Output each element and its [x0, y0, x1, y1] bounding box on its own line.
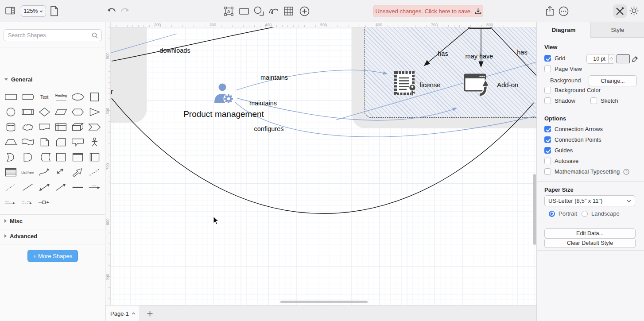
node-license-icon[interactable] — [393, 71, 418, 97]
shape-list[interactable] — [3, 165, 19, 180]
shape-dotted-line[interactable] — [3, 180, 19, 195]
insert-table-icon[interactable] — [284, 7, 293, 15]
section-misc[interactable]: Misc — [0, 216, 105, 226]
shape-line[interactable] — [19, 180, 36, 195]
shape-heading[interactable]: Heading — [53, 89, 70, 104]
shape-arrow-with-box[interactable] — [36, 195, 53, 210]
grid-color-swatch[interactable] — [617, 54, 630, 63]
edit-data-button[interactable]: Edit Data... — [544, 228, 636, 238]
shape-circle[interactable] — [3, 104, 19, 120]
shape-trapezoid[interactable] — [3, 135, 19, 150]
tab-style[interactable]: Style — [590, 22, 644, 38]
shape-hexagon[interactable] — [70, 104, 86, 120]
zoom-level-select[interactable]: 125% — [21, 5, 46, 17]
page-icon[interactable] — [50, 6, 58, 16]
guides-checkbox[interactable] — [544, 147, 551, 154]
shape-arrow-with-label[interactable] — [3, 195, 19, 210]
edge-label-may-have[interactable]: may have — [466, 53, 493, 60]
shape-cloud[interactable] — [19, 120, 36, 135]
node-addon-icon[interactable] — [463, 72, 493, 96]
shape-data-storage[interactable] — [36, 150, 53, 165]
shape-tape[interactable] — [19, 135, 36, 150]
vertical-scrollbar[interactable] — [533, 174, 536, 245]
edge-label-has-right[interactable]: has — [517, 49, 527, 56]
connection-arrows-checkbox[interactable] — [544, 126, 551, 132]
shape-document[interactable] — [36, 120, 53, 135]
node-license-label[interactable]: license — [420, 81, 441, 89]
node-clipped-left-label[interactable]: r — [111, 88, 113, 97]
shape-card[interactable] — [53, 135, 70, 150]
tab-diagram[interactable]: Diagram — [537, 22, 590, 38]
grid-checkbox[interactable] — [544, 55, 551, 62]
shape-rectangle[interactable] — [3, 89, 19, 104]
shape-cube[interactable] — [70, 120, 86, 135]
landscape-radio[interactable] — [582, 211, 588, 217]
shape-link[interactable] — [86, 180, 103, 195]
eyedropper-icon[interactable] — [632, 56, 638, 62]
shape-square[interactable] — [86, 89, 103, 104]
insert-more-icon[interactable] — [299, 6, 310, 16]
edge-label-has-left[interactable]: has — [438, 50, 448, 57]
connection-points-checkbox[interactable] — [544, 136, 551, 143]
insert-rectangle-icon[interactable] — [239, 8, 249, 15]
background-color-checkbox[interactable] — [544, 87, 551, 93]
shape-actor[interactable] — [86, 135, 103, 150]
shape-list-item[interactable]: List Item — [19, 165, 36, 180]
page-tab[interactable]: Page-1 — [106, 306, 140, 321]
shape-vertical-container[interactable] — [86, 150, 103, 165]
node-product-management-label[interactable]: Product management — [183, 109, 264, 119]
shadow-checkbox[interactable] — [544, 97, 551, 104]
node-addon-label[interactable]: Add-on — [497, 81, 518, 89]
share-icon[interactable] — [546, 6, 554, 16]
shape-dashed-line[interactable] — [86, 165, 103, 180]
shape-diamond[interactable] — [36, 104, 53, 120]
insert-text-icon[interactable]: A — [224, 7, 233, 16]
shape-arrow[interactable] — [70, 165, 86, 180]
shape-dashed-arrow-with-labels[interactable] — [19, 195, 36, 210]
sketch-checkbox[interactable] — [590, 97, 597, 104]
node-product-management-icon[interactable] — [212, 82, 235, 104]
add-page-button[interactable] — [142, 306, 158, 321]
grid-size-input[interactable]: 10 pt — [586, 54, 609, 64]
undo-icon[interactable] — [107, 7, 116, 15]
edge-label-maintains-mid[interactable]: maintains — [249, 100, 277, 107]
paper-size-select[interactable]: US-Letter (8,5" x 11") — [544, 195, 635, 206]
shape-step[interactable] — [86, 120, 103, 135]
shape-bidirectional-arrow[interactable] — [53, 165, 70, 180]
background-change-button[interactable]: Change... — [589, 75, 637, 86]
grid-size-stepper[interactable] — [609, 54, 614, 64]
shape-parallelogram[interactable] — [53, 104, 70, 120]
freehand-icon[interactable] — [268, 8, 279, 15]
section-advanced[interactable]: Advanced — [0, 231, 105, 241]
section-general[interactable]: General — [0, 74, 105, 85]
clear-default-style-button[interactable]: Clear Default Style — [544, 238, 636, 248]
shape-bidirectional-connector[interactable] — [36, 180, 53, 195]
shape-curve[interactable] — [36, 165, 53, 180]
autosave-checkbox[interactable] — [544, 158, 551, 164]
shape-cylinder[interactable] — [3, 120, 19, 135]
unsaved-changes-banner[interactable]: Unsaved changes. Click here to save. — [373, 5, 483, 17]
math-typesetting-checkbox[interactable] — [544, 168, 551, 175]
more-options-icon[interactable] — [559, 6, 569, 16]
shape-text[interactable]: Text — [36, 89, 53, 104]
shape-internal-storage[interactable] — [53, 120, 70, 135]
portrait-radio[interactable] — [549, 211, 555, 217]
format-panel-toggle-icon[interactable] — [5, 7, 15, 15]
shape-horizontal-line[interactable] — [70, 180, 86, 195]
page-view-checkbox[interactable] — [544, 66, 551, 72]
shape-note[interactable] — [36, 135, 53, 150]
diagram-edges[interactable] — [105, 22, 536, 305]
shape-and[interactable] — [19, 150, 36, 165]
shape-callout[interactable] — [70, 135, 86, 150]
shape-container[interactable] — [53, 150, 70, 165]
sketch-mode-toggle-icon[interactable] — [613, 4, 627, 18]
shape-directional-connector[interactable] — [53, 180, 70, 195]
edge-label-maintains-top[interactable]: maintains — [260, 74, 288, 81]
redo-icon[interactable] — [120, 7, 130, 15]
shape-triangle[interactable] — [86, 104, 103, 120]
theme-icon[interactable] — [629, 6, 639, 16]
shape-container-title[interactable] — [70, 150, 86, 165]
shape-or[interactable] — [3, 150, 19, 165]
diagram-canvas[interactable]: Product management license Add-on r down… — [105, 22, 536, 305]
horizontal-scrollbar[interactable] — [280, 301, 368, 303]
